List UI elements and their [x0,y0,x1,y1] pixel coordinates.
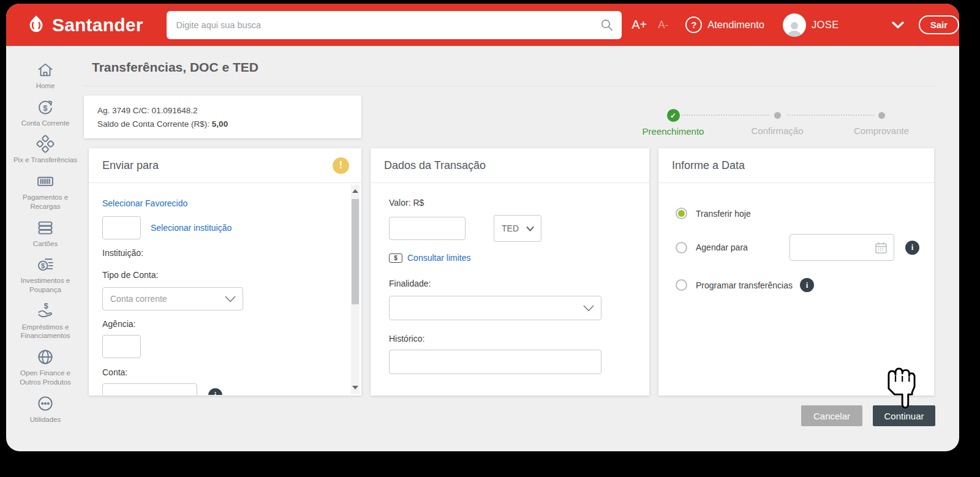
account-input[interactable] [102,383,197,395]
calendar-icon[interactable] [875,241,888,254]
panel-enviar-para: Enviar para ! Selecionar Favorecido Sele… [89,148,361,396]
avatar[interactable] [783,13,806,37]
brand-name: Santander [52,15,143,36]
sidebar-item-pagamentos[interactable]: Pagamentos e Recargas [10,172,80,211]
help-link[interactable]: ? Atendimento [685,17,764,33]
step-dot-icon [878,112,885,119]
logout-button[interactable]: Sair [919,15,959,34]
cards-icon [36,219,55,237]
money-icon: $ [389,254,402,263]
institution-label: Instituição: [102,248,343,258]
pix-icon [36,135,55,153]
radio-agendar-para[interactable] [676,242,687,254]
info-icon[interactable]: i [905,241,919,255]
balance-value: 5,00 [212,119,228,129]
select-institution-link[interactable]: Selecionar instituição [151,223,232,233]
account-info-card: Ag. 3749 C/C: 01.091648.2 Saldo de Conta… [84,96,361,138]
globe-icon [36,348,55,366]
svg-text:$: $ [44,302,48,310]
sidebar-item-pix[interactable]: Pix e Transferências [10,135,80,165]
select-favored-link[interactable]: Selecionar Favorecido [102,198,187,208]
radio-transferir-hoje[interactable] [676,208,687,219]
scrollbar-thumb[interactable] [352,199,359,304]
progress-stepper: ✓ Preenchimento Confirmação Comprovante [620,109,934,140]
purpose-label: Finalidade: [389,279,631,288]
question-icon: ? [685,17,702,33]
value-label: Valor: R$ [389,198,631,208]
step-dot-icon [774,112,781,119]
page-title: Transferências, DOC e TED [92,60,258,75]
person-icon [785,20,804,37]
loan-icon: $ [36,302,55,320]
panel-title: Informe a Data [672,159,745,172]
font-increase-button[interactable]: A+ [631,18,647,32]
header-right-cluster: A+ A- ? Atendimento JOSE Sair [622,13,959,37]
chevron-down-icon [526,226,534,231]
sidebar-item-open-finance[interactable]: Open Finance e Outros Produtos [10,348,80,386]
chevron-down-icon [225,296,236,302]
chevron-down-icon [583,305,594,312]
search-icon[interactable] [600,18,614,32]
sidebar-item-investimentos[interactable]: $ Investimentos e Poupança [10,255,80,294]
home-icon [36,61,55,79]
institution-code-input[interactable] [102,216,141,239]
account-label: Conta: [102,367,343,377]
panel-title: Dados da Transação [384,159,486,172]
panel-scrollbar [351,185,360,394]
schedule-date-input[interactable] [790,234,894,261]
panel-title: Enviar para [102,159,159,172]
help-label: Atendimento [707,19,764,31]
transfer-type-select[interactable]: TED [494,215,541,242]
app-window: Santander A+ A- ? Atendimento JOSE [6,4,959,451]
step-confirmacao: Confirmação [725,109,830,136]
account-number: Ag. 3749 C/C: 01.091648.2 [97,104,348,118]
app-header: Santander A+ A- ? Atendimento JOSE [6,4,959,46]
agency-input[interactable] [102,335,141,358]
limits-link[interactable]: Consultar limites [407,253,470,263]
sidebar: Home $ Conta Corrente Pix e Transferênci… [6,46,85,451]
svg-text:$: $ [43,103,48,112]
santander-flame-icon [26,15,47,36]
sidebar-item-utilidades[interactable]: Utilidades [10,394,80,424]
info-icon[interactable]: i [208,388,222,396]
account-balance: Saldo de Conta Corrente (R$): 5,00 [97,118,348,131]
investments-icon: $ [36,255,55,274]
scroll-up-arrow[interactable] [352,189,358,193]
value-input[interactable] [389,217,466,240]
account-icon: $ [36,98,55,116]
user-name: JOSE [812,19,839,31]
santander-logo[interactable]: Santander [26,15,143,36]
check-circle-icon: ✓ [667,109,680,122]
sidebar-item-emprestimos[interactable]: $ Empréstimos e Financiamentos [10,302,80,340]
title-divider [85,86,935,86]
scroll-down-arrow[interactable] [352,386,358,389]
sidebar-item-cartoes[interactable]: Cartões [10,219,80,249]
warning-icon: ! [333,157,349,174]
search-bar [167,11,622,39]
search-input[interactable] [176,20,595,30]
font-decrease-button[interactable]: A- [658,19,668,31]
svg-text:$: $ [41,263,45,270]
radio-programar-transferencias[interactable] [676,279,687,291]
history-label: Histórico: [389,334,631,344]
account-type-label: Tipo de Conta: [102,270,343,280]
cancel-button[interactable]: Cancelar [801,405,862,426]
account-type-select[interactable]: Conta corrente [102,287,243,310]
info-icon[interactable]: i [800,278,814,292]
continue-button[interactable]: Continuar [873,405,935,426]
agency-label: Agência: [102,319,343,329]
sidebar-item-home[interactable]: Home [10,61,80,91]
step-comprovante: Comprovante [829,109,934,136]
history-input[interactable] [389,350,601,374]
utilities-icon [36,394,55,413]
step-preenchimento: ✓ Preenchimento [620,109,726,137]
sidebar-item-conta-corrente[interactable]: $ Conta Corrente [10,98,80,128]
action-buttons: Cancelar Continuar [801,405,935,426]
purpose-select[interactable] [389,296,601,320]
panel-dados-transacao: Dados da Transação Valor: R$ TED $ Consu… [371,148,649,396]
barcode-icon [36,172,55,190]
chevron-down-icon[interactable] [892,21,904,29]
panel-informe-data: Informe a Data Transferir hoje Agendar p… [658,148,934,396]
